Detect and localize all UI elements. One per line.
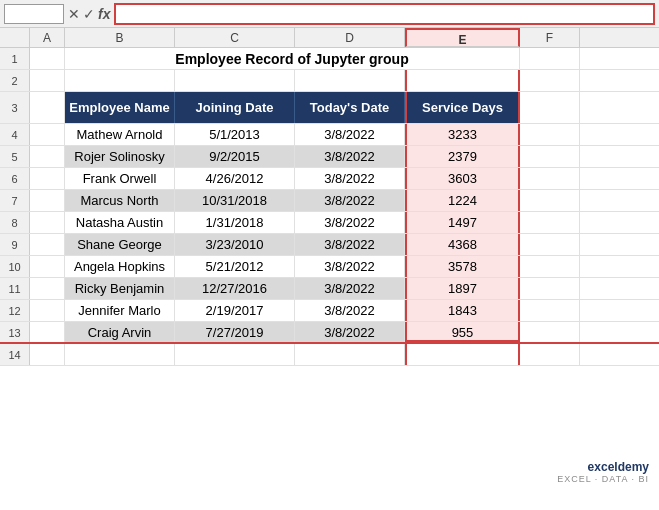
- row-1: 1 Employee Record of Jupyter group: [0, 48, 659, 70]
- cell-e6: 3603: [405, 168, 520, 189]
- col-header-a: A: [30, 28, 65, 47]
- row-9: 9 Shane George 3/23/2010 3/8/2022 4368: [0, 234, 659, 256]
- cell-f6: [520, 168, 580, 189]
- cell-e10: 3578: [405, 256, 520, 277]
- cell-f12: [520, 300, 580, 321]
- cell-b3-header: Employee Name: [65, 92, 175, 123]
- cell-e12: 1843: [405, 300, 520, 321]
- cell-e5: 2379: [405, 146, 520, 167]
- cell-c2: [175, 70, 295, 91]
- row-5: 5 Rojer Solinosky 9/2/2015 3/8/2022 2379: [0, 146, 659, 168]
- cell-e7: 1224: [405, 190, 520, 211]
- cell-b8: Natasha Austin: [65, 212, 175, 233]
- col-header-b: B: [65, 28, 175, 47]
- cell-f3: [520, 92, 580, 123]
- cell-b13: Craig Arvin: [65, 322, 175, 342]
- rownum-13: 13: [0, 322, 30, 342]
- cell-a1: [30, 48, 65, 69]
- rownum-14: 14: [0, 344, 30, 365]
- cell-a2: [30, 70, 65, 91]
- grid-rows: 1 Employee Record of Jupyter group 2 3 E…: [0, 48, 659, 366]
- fx-icon: fx: [98, 6, 110, 22]
- cell-f8: [520, 212, 580, 233]
- cell-b7: Marcus North: [65, 190, 175, 211]
- rownum-9: 9: [0, 234, 30, 255]
- col-header-c: C: [175, 28, 295, 47]
- cell-d11: 3/8/2022: [295, 278, 405, 299]
- cell-b10: Angela Hopkins: [65, 256, 175, 277]
- cell-c5: 9/2/2015: [175, 146, 295, 167]
- cell-f10: [520, 256, 580, 277]
- cell-c14: [175, 344, 295, 365]
- cell-c4: 5/1/2013: [175, 124, 295, 145]
- cell-d9: 3/8/2022: [295, 234, 405, 255]
- cell-d3-header: Today's Date: [295, 92, 405, 123]
- row-3: 3 Employee Name Joining Date Today's Dat…: [0, 92, 659, 124]
- watermark-tagline: EXCEL · DATA · BI: [557, 474, 649, 484]
- cell-e9: 4368: [405, 234, 520, 255]
- row-10: 10 Angela Hopkins 5/21/2012 3/8/2022 357…: [0, 256, 659, 278]
- row-4: 4 Mathew Arnold 5/1/2013 3/8/2022 3233: [0, 124, 659, 146]
- cell-e8: 1497: [405, 212, 520, 233]
- cell-a8: [30, 212, 65, 233]
- cell-d13: 3/8/2022: [295, 322, 405, 342]
- cell-d2: [295, 70, 405, 91]
- cell-e2: [405, 70, 520, 91]
- cell-d4: 3/8/2022: [295, 124, 405, 145]
- formula-bar-container: E4 ✕ ✓ fx {=Days_Difference(C4:C13,D4:D1…: [0, 0, 659, 28]
- cell-d14: [295, 344, 405, 365]
- cell-c3-header: Joining Date: [175, 92, 295, 123]
- cell-f5: [520, 146, 580, 167]
- row-14: 14: [0, 344, 659, 366]
- cell-a5: [30, 146, 65, 167]
- rownum-10: 10: [0, 256, 30, 277]
- cell-b11: Ricky Benjamin: [65, 278, 175, 299]
- cell-a3: [30, 92, 65, 123]
- formula-input[interactable]: {=Days_Difference(C4:C13,D4:D13)}: [114, 3, 655, 25]
- cell-a9: [30, 234, 65, 255]
- cell-a12: [30, 300, 65, 321]
- rownum-8: 8: [0, 212, 30, 233]
- cell-b2: [65, 70, 175, 91]
- cell-b14: [65, 344, 175, 365]
- rownum-3: 3: [0, 92, 30, 123]
- cell-d6: 3/8/2022: [295, 168, 405, 189]
- cell-c12: 2/19/2017: [175, 300, 295, 321]
- cell-a11: [30, 278, 65, 299]
- cell-e11: 1897: [405, 278, 520, 299]
- rownum-11: 11: [0, 278, 30, 299]
- cell-a13: [30, 322, 65, 342]
- cell-c7: 10/31/2018: [175, 190, 295, 211]
- cell-a7: [30, 190, 65, 211]
- row-12: 12 Jennifer Marlo 2/19/2017 3/8/2022 184…: [0, 300, 659, 322]
- col-header-d: D: [295, 28, 405, 47]
- row-num-header: [0, 28, 30, 47]
- cell-f14: [520, 344, 580, 365]
- row-8: 8 Natasha Austin 1/31/2018 3/8/2022 1497: [0, 212, 659, 234]
- cell-e14: [405, 344, 520, 365]
- cell-e3-header: Service Days: [405, 92, 520, 123]
- cell-f4: [520, 124, 580, 145]
- cell-e4: 3233: [405, 124, 520, 145]
- cell-c9: 3/23/2010: [175, 234, 295, 255]
- cell-d10: 3/8/2022: [295, 256, 405, 277]
- cell-f7: [520, 190, 580, 211]
- confirm-icon: ✓: [83, 6, 95, 22]
- cancel-icon: ✕: [68, 6, 80, 22]
- cell-a4: [30, 124, 65, 145]
- rownum-2: 2: [0, 70, 30, 91]
- name-box[interactable]: E4: [4, 4, 64, 24]
- cell-b12: Jennifer Marlo: [65, 300, 175, 321]
- cell-e13: 955: [405, 322, 520, 342]
- row-2: 2: [0, 70, 659, 92]
- cell-c10: 5/21/2012: [175, 256, 295, 277]
- cell-b6: Frank Orwell: [65, 168, 175, 189]
- rownum-5: 5: [0, 146, 30, 167]
- cell-b9: Shane George: [65, 234, 175, 255]
- row-13: 13 Craig Arvin 7/27/2019 3/8/2022 955: [0, 322, 659, 344]
- cell-b5: Rojer Solinosky: [65, 146, 175, 167]
- cell-b4: Mathew Arnold: [65, 124, 175, 145]
- cell-f2: [520, 70, 580, 91]
- cell-f11: [520, 278, 580, 299]
- formula-icons: ✕ ✓ fx: [68, 6, 110, 22]
